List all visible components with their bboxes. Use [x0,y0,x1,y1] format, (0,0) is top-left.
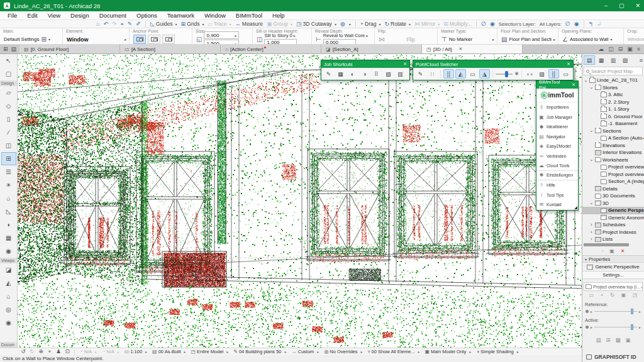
drag-button[interactable]: +Drag [358,21,383,27]
arrow-tool[interactable]: ↖ [1,54,16,67]
publisher-icon[interactable]: ▧ [619,55,631,65]
tree-item[interactable]: 1. 1.Story [582,106,644,113]
pb-copy-icon[interactable]: ▣ [626,337,631,343]
qb-walk-icon[interactable]: ♟ [54,348,63,355]
tree-item[interactable]: -1. Basement [582,120,644,128]
bimm-tool-tips[interactable]: !Tool Tips [536,190,578,200]
tree-item[interactable]: ⌄ Worksheets [582,156,644,164]
qb-dimensions[interactable]: ↔Custom [289,349,322,354]
opening-plane-dropdown[interactable]: Associated to Wall [570,36,608,42]
tree-item[interactable]: 3D Documents [582,192,644,200]
menu-item[interactable]: Design [65,12,94,19]
interior-elevation-tool[interactable]: ⌂ [1,290,16,303]
tree-item[interactable]: A Section (Auto-rebuil [582,134,644,142]
bimm-idealisierer[interactable]: ◆Idealisierer [536,122,578,132]
tree-item[interactable]: ⌄ Linde_AC_28_T01 [582,77,644,84]
pc-hatch-icon[interactable]: ▨ [536,69,547,79]
menu-item[interactable]: File [3,12,22,19]
mesh-tool[interactable]: ◺ [1,205,16,218]
column-tool[interactable]: ▯ [1,112,16,126]
qb-scale[interactable]: ▭1:100 [122,349,150,354]
active-slider[interactable]: ▸ ▸ [582,323,644,331]
lamp-tool[interactable]: ☀ [1,178,16,192]
tree-horizontal-scrollbar[interactable] [582,243,644,247]
tree-item[interactable]: › Lists [582,236,644,243]
toolbox-document-header[interactable]: Docum [0,342,17,348]
close-icon[interactable]: ✕ [403,62,407,67]
qb-model-filter[interactable]: ▣Main Model Only [422,349,474,354]
js-points-icon[interactable]: ⠿ [371,69,382,79]
pc-density-icon[interactable]: ⣿ [548,69,559,79]
curtain-wall-tool[interactable]: ▦ [1,231,16,244]
tree-item[interactable]: 2. 2.Story [582,99,644,106]
js-bars-icon[interactable]: ▥ [395,69,406,79]
pointcloud-switcher-header[interactable]: PointCloud Switcher ✕ [413,60,573,68]
js-hatch-icon[interactable]: ▨ [383,69,394,79]
suspend-groups-icon[interactable]: ↰ [587,21,596,27]
menu-item[interactable]: Help [267,12,290,19]
floorplan-dropdown[interactable]: Floor Plan and Section... [509,36,552,42]
pv-add-icon[interactable]: + [601,292,604,298]
tree-item[interactable]: Section_A (Independe [582,178,644,185]
door-tool[interactable]: ◫ [1,139,16,152]
tab-cloud-icon[interactable]: ☁ [598,46,604,52]
toolbox-design-header[interactable]: Design [0,80,17,86]
tab-ground-floor[interactable]: ▤[0. Ground Floor] [19,45,120,53]
bimmtool-header[interactable]: BIMmTool Pal... ✕ [536,81,578,89]
bimm-einstellungen[interactable]: ✱Einstellungen [536,171,578,181]
tab-section-a[interactable]: ◪[Section_A] [321,45,422,53]
pc-pen-icon[interactable]: ✎ [415,69,426,79]
qb-shading[interactable]: ◑Simple Shading [474,349,521,354]
point-size-slider[interactable]: ✱ [496,71,519,77]
qb-filter[interactable]: ▿00 Show All Eleme... [365,349,423,354]
tab-3d-all[interactable]: ◳[3D / All]✕ [422,45,523,53]
tree-item[interactable]: Elevations [582,142,644,150]
pane-float-icon[interactable]: ▣ [627,46,633,52]
section-tool[interactable]: ◪ [1,263,16,277]
close-icon[interactable]: ✕ [567,62,570,67]
bimm-job-manager[interactable]: ▣Job Manager [536,112,578,123]
bimm-kontakt[interactable]: ✉Kontakt [536,200,578,210]
js-grid-icon[interactable]: ▦ [335,69,346,79]
all-layers-lock-icon[interactable]: ◉ [572,21,581,27]
tree-item[interactable]: 0. Ground Floor [582,113,644,121]
pickup-parameters-icon[interactable]: ⌖ [119,21,126,28]
pane-stack-icon[interactable]: ⊟ [618,46,623,52]
navigator-menu-icon[interactable]: ≡ [640,57,643,63]
tab-a-section[interactable]: ▭[A Section] [120,45,221,53]
pc-dots-icon[interactable]: ∷ [427,69,438,79]
multiply-button[interactable]: ⊞Multiply... [441,21,474,27]
js-sketch-icon[interactable]: ✎ [323,69,334,79]
project-map-icon[interactable]: ▤ [584,55,595,65]
qb-zoom-icon[interactable]: ⊕ [36,348,45,355]
qb-structure-display[interactable]: ◳Entire Model [189,349,231,354]
menu-item[interactable]: View [43,12,65,19]
elevation-tool[interactable]: ◭ [1,277,16,290]
slider-thumb[interactable] [505,71,508,77]
view-map-icon[interactable]: ▦ [596,55,607,65]
tab-folder-icon[interactable]: ▤ [11,46,17,52]
menu-item[interactable]: Window [199,12,231,19]
tab-list-menu-icon[interactable]: ≡ [637,46,640,52]
nav-card-icon[interactable]: ▣ [609,248,614,254]
quick-show-layer-icon[interactable]: ∅ [479,21,488,27]
reveal-value-field[interactable]: 0,000 [323,39,356,45]
qb-story[interactable]: ◔N/A [99,349,121,354]
quick-hide-layer-icon[interactable]: ◉ [488,21,497,27]
undo-icon[interactable]: ↶ [101,21,110,28]
tree-item[interactable]: ⌄ Stories [582,84,644,92]
pv-link-icon[interactable]: ◳ [633,292,638,298]
layout-book-icon[interactable]: ▥ [608,55,619,65]
gear-icon[interactable]: ✱ [514,71,519,77]
tree-item[interactable]: Generic Perspective [582,207,644,214]
graphisoft-id[interactable]: GRAPHISOFT ID [582,352,644,362]
tab-action-center[interactable]: ⌂[Action Center] [221,45,321,53]
js-contrast-icon[interactable]: ◐ [347,69,358,79]
redo-icon[interactable]: ↷ [110,21,119,28]
bimm-verbinden[interactable]: ∞Verbinden [536,151,578,162]
tree-item[interactable]: › Project Indexes [582,229,644,236]
flip-button[interactable]: Flip [406,36,415,43]
menu-item[interactable]: Edit [22,12,42,19]
reference-slider[interactable]: ▸ ▸ [582,307,644,315]
guides-button[interactable]: ◺Guides [148,21,179,27]
